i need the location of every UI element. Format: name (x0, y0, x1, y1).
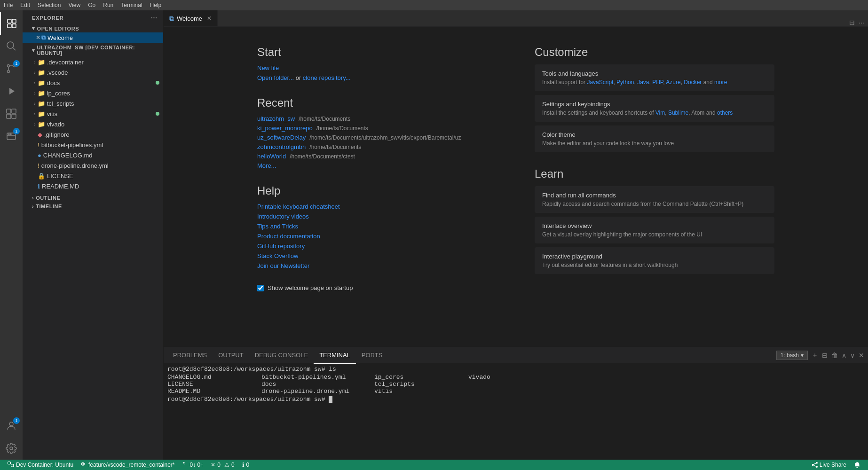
live-share-status-item[interactable]: Live Share (808, 460, 850, 470)
run-debug-icon[interactable] (0, 80, 23, 102)
menu-selection[interactable]: Selection (38, 2, 61, 8)
help-link-0[interactable]: Printable keyboard cheatsheet (257, 203, 497, 210)
delete-terminal-icon[interactable]: 🗑 (831, 352, 838, 359)
search-icon[interactable] (0, 35, 23, 57)
file-item-vscode[interactable]: › 📁 .vscode (23, 67, 163, 78)
sync-status-item[interactable]: 0↓ 0↑ (179, 460, 207, 470)
timeline-label[interactable]: › Timeline (23, 202, 163, 210)
file-item-changelog[interactable]: ● CHANGELOG.md (23, 150, 163, 160)
file-item-readme[interactable]: ℹ README.MD (23, 181, 163, 191)
chevron-right-icon-outline: › (32, 195, 34, 201)
clone-repository-link[interactable]: clone repository... (303, 74, 351, 81)
more-recent-link[interactable]: More... (257, 162, 497, 169)
learn-card-1[interactable]: Interface overview Get a visual overlay … (535, 217, 774, 243)
help-link-4[interactable]: GitHub repository (257, 243, 497, 250)
recent-item-link-1[interactable]: ki_power_monorepo (257, 125, 313, 132)
panel-tab-problems[interactable]: PROBLEMS (167, 347, 213, 364)
menu-edit[interactable]: Edit (20, 2, 30, 8)
recent-item-link-2[interactable]: uz_softwareDelay (257, 134, 306, 141)
recent-section: Recent ultrazohm_sw /home/ts/Documents k… (257, 96, 497, 169)
file-item-gitignore[interactable]: ◆ .gitignore (23, 129, 163, 140)
sidebar: Explorer ··· ▾ Open Editors ✕ ⧉ Welcome … (23, 10, 164, 460)
customize-card-2[interactable]: Color theme Make the editor and your cod… (535, 125, 774, 152)
menu-run[interactable]: Run (103, 2, 113, 8)
open-editors-label[interactable]: ▾ Open Editors (23, 24, 163, 32)
recent-item-path-0: /home/ts/Documents (299, 116, 350, 122)
file-item-vivado[interactable]: › 📁 vivado (23, 119, 163, 129)
svg-point-7 (8, 65, 10, 67)
close-panel-icon[interactable]: ✕ (859, 352, 864, 359)
show-welcome-row: Show welcome page on startup (257, 284, 497, 291)
file-item-tcl-scripts[interactable]: › 📁 tcl_scripts (23, 98, 163, 109)
tab-welcome[interactable]: ⧉ Welcome ✕ (164, 10, 218, 26)
help-link-6[interactable]: Join our Newsletter (257, 262, 497, 269)
folder-icon: 📁 (38, 69, 45, 76)
settings-icon[interactable] (0, 437, 23, 460)
help-link-5[interactable]: Stack Overflow (257, 252, 497, 259)
file-item-license[interactable]: 🔒 LICENSE (23, 171, 163, 181)
workspace-label[interactable]: ▾ ULTRAZOHM_SW [DEV CONTAINER: UBUNTU] (23, 43, 163, 57)
open-folder-link[interactable]: Open folder... (257, 74, 294, 81)
sidebar-more-icon[interactable]: ··· (151, 14, 158, 22)
recent-item-link-3[interactable]: zohmcontrolgmbh (257, 143, 306, 150)
bell-status-item[interactable] (850, 460, 864, 470)
help-link-3[interactable]: Product documentation (257, 233, 497, 240)
help-title: Help (257, 184, 497, 197)
file-item-bitbucket[interactable]: ! bitbucket-pipelines.yml (23, 140, 163, 150)
recent-item-link-4[interactable]: helloWorld (257, 153, 286, 160)
terminal-content[interactable]: root@2d8cf82ed8e8:/workspaces/ultrazohm … (164, 364, 868, 460)
folder-icon: 📁 (38, 100, 45, 107)
file-item-ip-cores[interactable]: › 📁 ip_cores (23, 88, 163, 98)
outline-label[interactable]: › Outline (23, 193, 163, 202)
recent-item-path-1: /home/ts/Documents (316, 125, 368, 132)
bash-selector[interactable]: 1: bash ▾ (776, 351, 808, 360)
menu-file[interactable]: File (4, 2, 13, 8)
panel-tab-ports[interactable]: PORTS (356, 347, 388, 364)
help-link-1[interactable]: Introductory videos (257, 213, 497, 220)
menu-help[interactable]: Help (150, 2, 162, 8)
info-status-item[interactable]: ℹ 0 (238, 460, 253, 470)
explorer-icon[interactable] (0, 12, 23, 35)
learn-section: Learn Find and run all commands Rapidly … (535, 167, 774, 274)
menu-go[interactable]: Go (88, 2, 95, 8)
learn-card-2[interactable]: Interactive playground Try out essential… (535, 247, 774, 274)
remote-explorer-icon[interactable]: 1 (0, 125, 23, 148)
split-terminal-icon[interactable]: ⊟ (822, 352, 828, 359)
split-editor-icon[interactable]: ⊟ (849, 19, 855, 26)
panel-tab-terminal[interactable]: TERMINAL (314, 347, 356, 364)
customize-card-2-desc: Make the editor and your code look the w… (542, 140, 767, 147)
learn-card-2-desc: Try out essential editor features in a s… (542, 262, 767, 268)
recent-item-link-0[interactable]: ultrazohm_sw (257, 115, 295, 122)
close-icon[interactable]: ✕ (36, 34, 40, 41)
warnings-count: 0 (231, 462, 235, 468)
file-item-vitis[interactable]: › 📁 vitis (23, 109, 163, 119)
accounts-icon[interactable]: 1 (0, 415, 23, 437)
menu-view[interactable]: View (68, 2, 80, 8)
file-item-docs[interactable]: › 📁 docs (23, 78, 163, 88)
remote-status-item[interactable]: Dev Container: Ubuntu (4, 460, 77, 470)
source-control-icon[interactable]: 1 (0, 57, 23, 80)
open-editors-item[interactable]: ✕ ⧉ Welcome (23, 32, 163, 43)
errors-status-item[interactable]: ✕ 0 ⚠ 0 (207, 460, 238, 470)
show-welcome-checkbox[interactable] (257, 285, 264, 291)
show-welcome-label[interactable]: Show welcome page on startup (268, 284, 353, 291)
help-link-2[interactable]: Tips and Tricks (257, 223, 497, 230)
new-file-link[interactable]: New file (257, 64, 497, 71)
chevron-right-icon: › (34, 70, 36, 75)
file-item-devcontainer[interactable]: › 📁 .devcontainer (23, 57, 163, 67)
menu-terminal[interactable]: Terminal (121, 2, 142, 8)
extensions-icon[interactable] (0, 102, 23, 125)
customize-card-0[interactable]: Tools and languages Install support for … (535, 64, 774, 91)
svg-rect-1 (12, 19, 16, 23)
learn-card-0[interactable]: Find and run all commands Rapidly access… (535, 186, 774, 213)
panel-tab-debug-console[interactable]: DEBUG CONSOLE (249, 347, 314, 364)
panel-tab-output[interactable]: OUTPUT (213, 347, 249, 364)
file-item-drone[interactable]: ! drone-pipeline.drone.yml (23, 160, 163, 171)
chevron-up-icon[interactable]: ∧ (842, 352, 846, 359)
close-tab-icon[interactable]: ✕ (207, 15, 212, 22)
more-actions-icon[interactable]: ··· (859, 19, 864, 26)
add-terminal-icon[interactable]: ＋ (812, 351, 818, 360)
branch-status-item[interactable]: feature/vscode_remote_container* (77, 460, 178, 470)
customize-card-1[interactable]: Settings and keybindings Install the set… (535, 95, 774, 122)
chevron-down-icon-panel[interactable]: ∨ (850, 352, 855, 359)
